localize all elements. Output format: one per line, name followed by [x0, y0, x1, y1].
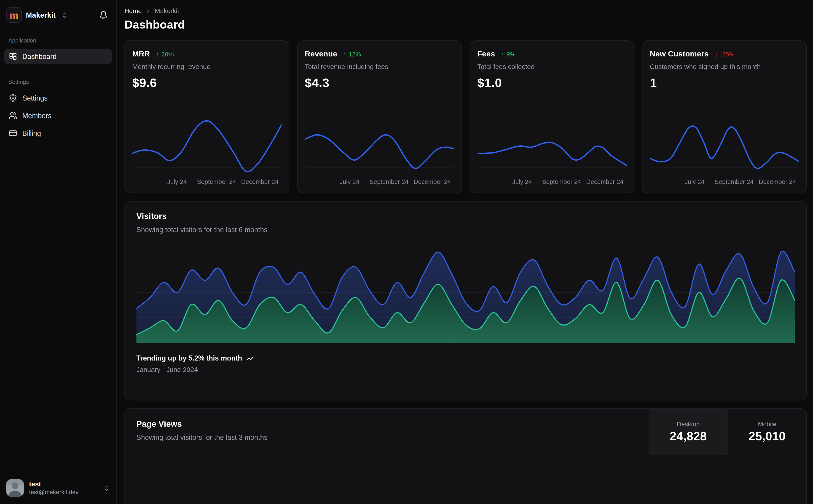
tab-mobile-value: 25,010: [749, 429, 786, 443]
arrow-up-icon: ↑: [501, 51, 504, 58]
sidebar-item-label: Billing: [22, 129, 41, 137]
page-views-title: Page Views: [136, 419, 637, 429]
user-meta: test test@makerkit.dev: [29, 480, 78, 496]
breadcrumb: Home Makerkit: [124, 7, 807, 15]
workspace-name: Makerkit: [26, 11, 56, 19]
page-views-bar-chart: [136, 461, 795, 504]
fees-line-chart: [477, 118, 627, 174]
visitors-footer: Trending up by 5.2% this month January -…: [136, 354, 795, 374]
trend-badge: ↑20%: [156, 51, 174, 58]
arrow-down-icon: ↓: [715, 51, 718, 58]
revenue-line-chart: [305, 118, 454, 174]
workspace-selector[interactable]: m Makerkit: [4, 6, 112, 24]
breadcrumb-current: Makerkit: [154, 7, 179, 15]
stat-value: $4.3: [305, 76, 454, 90]
new-customers-line-chart: [650, 118, 799, 174]
sidebar-item-settings[interactable]: Settings: [4, 90, 112, 106]
stat-subtitle: Total revenue including fees: [305, 63, 454, 70]
stat-title: MRR: [132, 49, 150, 58]
stat-title: New Customers: [650, 49, 709, 58]
visitors-trend-text: Trending up by 5.2% this month: [136, 354, 242, 362]
user-name: test: [29, 480, 78, 488]
stat-card-revenue: Revenue ↑12% Total revenue including fee…: [297, 40, 462, 193]
sidebar-item-label: Dashboard: [22, 53, 56, 60]
chevrons-up-down-icon: [103, 485, 110, 491]
sidebar-item-dashboard[interactable]: Dashboard: [4, 49, 112, 64]
credit-card-icon: [9, 129, 17, 137]
sidebar-item-label: Settings: [22, 94, 48, 102]
user-email: test@makerkit.dev: [29, 488, 78, 496]
user-account-menu[interactable]: test test@makerkit.dev: [4, 477, 112, 499]
visitors-subtitle: Showing total visitors for the last 6 mo…: [136, 226, 795, 234]
tab-desktop-label: Desktop: [677, 420, 700, 428]
trend-badge: ↑9%: [501, 51, 515, 58]
makerkit-logo: m: [6, 7, 22, 23]
page-views-header: Page Views Showing total visitors for th…: [125, 409, 806, 455]
chevrons-up-down-icon: [61, 12, 68, 18]
stat-value: 1: [650, 76, 799, 90]
users-icon: [9, 111, 17, 119]
tab-mobile[interactable]: Mobile 25,010: [728, 409, 806, 455]
sidebar-item-label: Members: [22, 112, 51, 119]
notifications-bell-icon[interactable]: [97, 8, 110, 21]
x-axis-labels: July 24September 24December 24: [305, 177, 454, 188]
app-window: m Makerkit Application Dashboard Setting…: [0, 0, 813, 504]
page-title: Dashboard: [124, 18, 807, 32]
stat-subtitle: Customers who signed up this month: [650, 63, 799, 70]
section-label-settings: Settings: [8, 79, 108, 85]
visitors-date-range: January - June 2024: [136, 366, 795, 374]
x-axis-labels: July 24September 24December 24: [650, 177, 799, 188]
sidebar: m Makerkit Application Dashboard Setting…: [0, 0, 117, 504]
main-content: Home Makerkit Dashboard MRR ↑20% Monthly…: [117, 0, 813, 504]
trending-up-icon: [246, 355, 254, 362]
sidebar-item-members[interactable]: Members: [4, 108, 112, 123]
stat-subtitle: Monthly recurring revenue: [132, 63, 281, 70]
stat-title: Revenue: [305, 49, 337, 58]
trend-badge: ↑12%: [344, 51, 361, 58]
gear-icon: [9, 94, 17, 102]
x-axis-labels: July 24September 24December 24: [477, 177, 627, 188]
tab-desktop[interactable]: Desktop 24,828: [649, 409, 728, 455]
stat-cards-row: MRR ↑20% Monthly recurring revenue $9.6 …: [124, 40, 807, 193]
dashboard-icon: [9, 52, 17, 61]
stat-value: $9.6: [132, 76, 281, 90]
x-axis-labels: July 24September 24December 24: [132, 177, 281, 188]
tab-desktop-value: 24,828: [670, 429, 707, 443]
stat-card-mrr: MRR ↑20% Monthly recurring revenue $9.6 …: [124, 40, 289, 193]
avatar: [6, 479, 24, 497]
page-views-card: Page Views Showing total visitors for th…: [124, 408, 807, 504]
stat-value: $1.0: [477, 76, 627, 90]
visitors-title: Visitors: [136, 212, 795, 221]
breadcrumb-home-link[interactable]: Home: [124, 7, 142, 15]
logo-letter: m: [10, 10, 18, 20]
stat-title: Fees: [477, 49, 495, 58]
visitors-card: Visitors Showing total visitors for the …: [124, 201, 807, 401]
stat-card-fees: Fees ↑9% Total fees collected $1.0 July …: [469, 40, 634, 193]
stat-subtitle: Total fees collected: [477, 63, 627, 70]
sidebar-item-billing[interactable]: Billing: [4, 125, 112, 141]
tab-mobile-label: Mobile: [758, 420, 776, 428]
chevron-right-icon: [145, 8, 151, 14]
arrow-up-icon: ↑: [344, 51, 347, 58]
stat-card-new-customers: New Customers ↓-25% Customers who signed…: [642, 40, 807, 193]
page-views-subtitle: Showing total visitors for the last 3 mo…: [136, 434, 637, 441]
arrow-up-icon: ↑: [156, 51, 159, 58]
section-label-application: Application: [8, 37, 108, 43]
trend-badge: ↓-25%: [715, 51, 735, 58]
mrr-line-chart: [132, 118, 281, 174]
visitors-area-chart: [136, 242, 795, 343]
